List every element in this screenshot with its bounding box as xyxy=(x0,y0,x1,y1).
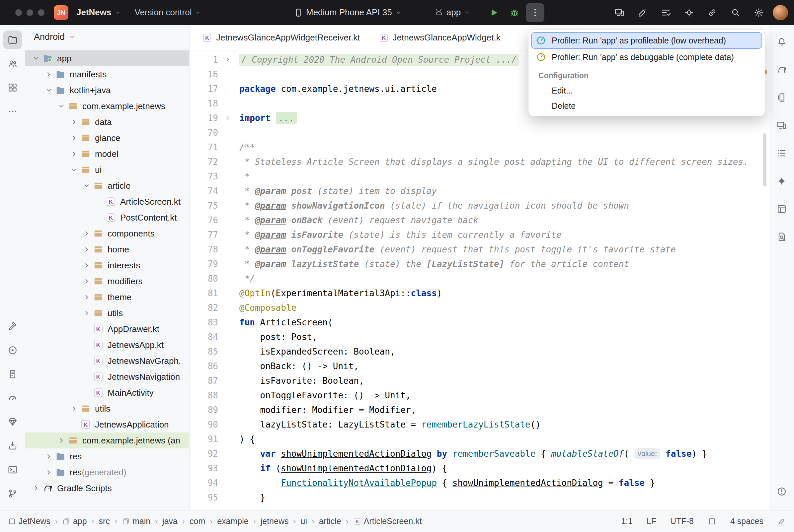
caret-position-widget[interactable]: 1:1 xyxy=(621,516,633,526)
chevron-right-icon[interactable] xyxy=(30,482,42,495)
logcat-button[interactable] xyxy=(3,365,22,383)
chevron-down-icon[interactable] xyxy=(42,84,55,96)
more-button[interactable] xyxy=(3,102,22,121)
close-window-button[interactable] xyxy=(15,9,22,16)
todo-list-button[interactable] xyxy=(657,3,675,22)
ai-assist-button[interactable] xyxy=(633,3,652,22)
encoding-widget[interactable]: UTF-8 xyxy=(670,516,694,526)
fold-indicator-icon[interactable] xyxy=(218,56,237,64)
minimize-window-button[interactable] xyxy=(26,9,33,16)
editor-scrollbar[interactable] xyxy=(761,51,769,510)
avatar[interactable] xyxy=(773,5,788,20)
write-access-button[interactable] xyxy=(777,517,786,526)
line-number[interactable]: 88 xyxy=(189,388,218,403)
line-number[interactable]: 76 xyxy=(189,213,218,228)
fold-indicator-icon[interactable] xyxy=(218,114,237,122)
chevron-down-icon[interactable] xyxy=(68,164,80,176)
line-number[interactable]: 71 xyxy=(189,140,218,155)
breadcrumb-item-java[interactable]: java xyxy=(162,516,178,526)
chevron-down-icon[interactable] xyxy=(80,179,93,192)
tree-item-jetnewsapp-kt[interactable]: KJetnewsApp.kt xyxy=(25,337,189,353)
tree-item-jetnewsnavgraph[interactable]: KJetnewsNavGraph. xyxy=(25,353,189,369)
app-insights-button[interactable] xyxy=(3,413,22,431)
sync-project-button[interactable] xyxy=(703,3,722,22)
tree-item-utils[interactable]: utils xyxy=(25,305,189,321)
tree-item-utils[interactable]: utils xyxy=(25,401,189,417)
line-number[interactable]: 70 xyxy=(189,126,218,140)
run-button[interactable] xyxy=(485,3,503,22)
line-number[interactable]: 72 xyxy=(189,155,218,169)
tree-item-appdrawer-kt[interactable]: KAppDrawer.kt xyxy=(25,321,189,337)
tree-item-articlescreen-kt[interactable]: KArticleScreen.kt xyxy=(25,194,189,210)
running-devices-button[interactable] xyxy=(772,116,791,135)
tree-item-app[interactable]: app xyxy=(25,51,189,66)
problems-button[interactable] xyxy=(772,482,791,501)
layout-inspector-button[interactable] xyxy=(772,200,791,218)
line-number[interactable]: 92 xyxy=(189,446,218,461)
breadcrumb-item-com[interactable]: com xyxy=(189,516,205,526)
breadcrumb-item-jetnews[interactable]: JetNews xyxy=(8,516,51,526)
tree-item-jetnewsapplication[interactable]: KJetnewsApplication xyxy=(25,417,189,433)
line-number[interactable]: 19 xyxy=(189,111,218,126)
run-button[interactable] xyxy=(3,341,22,360)
line-number[interactable]: 91 xyxy=(189,432,218,446)
chevron-down-icon[interactable] xyxy=(30,52,42,65)
line-number[interactable]: 82 xyxy=(189,301,218,315)
tree-item-gradle-scripts[interactable]: Gradle Scripts xyxy=(25,480,189,496)
line-number[interactable]: 87 xyxy=(189,374,218,388)
chevron-right-icon[interactable] xyxy=(55,434,68,447)
tree-item-modifiers[interactable]: modifiers xyxy=(25,273,189,289)
chevron-right-icon[interactable] xyxy=(80,243,93,256)
debug-button[interactable] xyxy=(505,3,524,22)
breadcrumb-item-ui[interactable]: ui xyxy=(300,516,307,526)
popup-item-profiler-run-app-as-debuggable-complete-[interactable]: Profiler: Run 'app' as debuggable (compl… xyxy=(531,49,762,65)
tree-item-postcontent-kt[interactable]: KPostContent.kt xyxy=(25,210,189,226)
terminal-button[interactable] xyxy=(3,460,22,479)
popup-action-delete[interactable]: Delete xyxy=(531,98,762,113)
line-number[interactable]: 74 xyxy=(189,184,218,198)
editor-tab-jetnewsglanceappwidgetreceiver-kt[interactable]: KJetnewsGlanceAppWidgetReceiver.kt xyxy=(202,33,360,43)
line-number[interactable]: 95 xyxy=(189,490,218,505)
editor-tab-jetnewsglanceappwidget-k[interactable]: KJetnewsGlanceAppWidget.k xyxy=(379,33,501,43)
line-number[interactable]: 75 xyxy=(189,198,218,213)
breadcrumb-item-src[interactable]: src xyxy=(99,516,110,526)
more-run-options-button[interactable] xyxy=(526,3,544,22)
project-view-selector[interactable]: Android xyxy=(25,25,189,49)
line-number[interactable]: 84 xyxy=(189,330,218,344)
breadcrumb-item-main[interactable]: main xyxy=(122,516,150,526)
tree-item-model[interactable]: model xyxy=(25,146,189,162)
app-inspection-button[interactable] xyxy=(680,3,698,22)
chevron-right-icon[interactable] xyxy=(80,259,93,272)
chevron-right-icon[interactable] xyxy=(42,450,55,463)
breadcrumb-item-article[interactable]: article xyxy=(319,516,341,526)
settings-button[interactable] xyxy=(750,3,768,22)
popup-item-profiler-run-app-as-profileable-low-over[interactable]: Profiler: Run 'app' as profileable (low … xyxy=(531,32,762,49)
line-number[interactable]: 77 xyxy=(189,228,218,242)
tree-item-res[interactable]: res (generated) xyxy=(25,464,189,480)
line-separator-widget[interactable]: LF xyxy=(647,516,656,526)
reader-mode-button[interactable] xyxy=(708,517,716,526)
line-number[interactable]: 83 xyxy=(189,315,218,330)
chevron-right-icon[interactable] xyxy=(68,402,80,415)
line-number[interactable]: 17 xyxy=(189,81,218,96)
chevron-right-icon[interactable] xyxy=(42,466,55,479)
search-button[interactable] xyxy=(726,3,745,22)
breadcrumb-item-articlescreen-kt[interactable]: KArticleScreen.kt xyxy=(353,516,422,526)
tree-item-kotlin-java[interactable]: kotlin+java xyxy=(25,82,189,98)
popup-action-edit[interactable]: Edit... xyxy=(531,83,762,98)
line-number[interactable]: 81 xyxy=(189,286,218,301)
line-number[interactable]: 80 xyxy=(189,271,218,286)
tree-item-mainactivity[interactable]: KMainActivity xyxy=(25,385,189,401)
line-number[interactable]: 79 xyxy=(189,257,218,271)
gradle-button[interactable] xyxy=(772,60,791,79)
line-number[interactable]: 1 xyxy=(189,52,218,67)
line-number[interactable]: 16 xyxy=(189,67,218,81)
version-control-button[interactable] xyxy=(3,484,22,503)
running-devices-button[interactable] xyxy=(610,3,629,22)
device-manager-button[interactable] xyxy=(772,88,791,107)
project-switcher[interactable]: JetNews xyxy=(72,4,126,21)
device-explorer-button[interactable] xyxy=(3,436,22,455)
tree-item-interests[interactable]: interests xyxy=(25,258,189,273)
tree-item-manifests[interactable]: manifests xyxy=(25,66,189,82)
breadcrumb-item-app[interactable]: app xyxy=(62,516,87,526)
